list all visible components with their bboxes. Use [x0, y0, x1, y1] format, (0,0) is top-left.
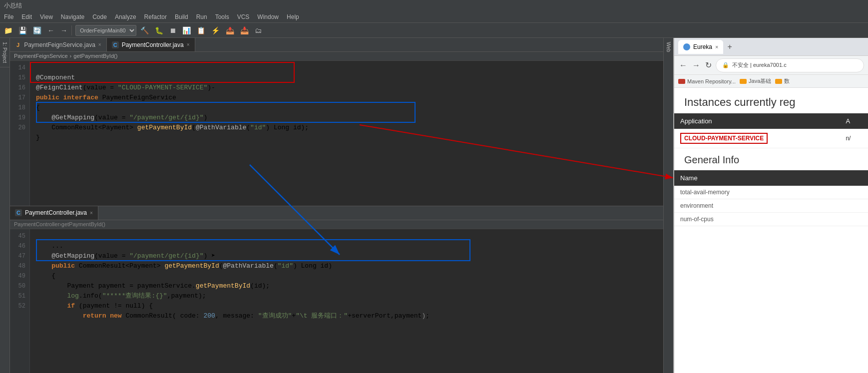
editor-tabs-bottom: C PaymentController.java ×: [10, 206, 663, 220]
cloud-payment-service-cell: CLOUD-PAYMENT-SERVICE: [674, 129, 840, 148]
toolbar-back-btn[interactable]: ←: [45, 25, 56, 35]
toolbar-coverage-btn[interactable]: 📋: [195, 25, 207, 35]
menu-tools[interactable]: Tools: [211, 11, 233, 22]
menu-view[interactable]: View: [36, 11, 57, 22]
toolbar-bookmark-btn[interactable]: 🗂: [253, 25, 264, 35]
line-numbers-top: 14151617181920: [10, 61, 30, 206]
menu-vcs[interactable]: VCS: [233, 11, 254, 22]
toolbar-open-btn[interactable]: 📁: [2, 25, 14, 35]
menu-bar: File Edit View Navigate Code Analyze Ref…: [0, 11, 868, 23]
bookmark-maven[interactable]: Maven Repository...: [678, 78, 736, 84]
code-content-top: @Component @FeignClient(value = "CLOUD-P…: [30, 61, 663, 206]
bookmark-maven-label: Maven Repository...: [687, 78, 736, 84]
cloud-service-label: CLOUD-PAYMENT-SERVICE: [680, 133, 768, 144]
info-row-cpu: num-of-cpus: [674, 213, 868, 226]
toolbar-profile-btn[interactable]: 📊: [180, 25, 193, 35]
toolbar-save-btn[interactable]: 💾: [16, 25, 29, 35]
tab-controller-label: PaymentController.java: [122, 41, 184, 48]
menu-edit[interactable]: Edit: [17, 11, 36, 22]
toolbar-run-btn[interactable]: 🔨: [138, 25, 151, 35]
tab-bottom-controller[interactable]: C PaymentController.java ×: [10, 206, 98, 220]
tab-payment-controller[interactable]: C PaymentController.java ×: [107, 38, 195, 51]
maven-icon: [678, 79, 685, 84]
info-row-env: environment: [674, 199, 868, 213]
col-a-value: n/: [840, 129, 868, 148]
tab-feign-close[interactable]: ×: [98, 42, 101, 47]
bookmarks-bar: Maven Repository... Java基础 数: [674, 75, 868, 88]
bookmark-java-label: Java基础: [749, 77, 771, 85]
browser-tab-label: Eureka: [693, 43, 712, 50]
lock-icon: 🔒: [722, 62, 729, 68]
toolbar-git-btn[interactable]: 📥: [238, 25, 251, 35]
info-row-memory: total-avail-memory: [674, 186, 868, 199]
menu-navigate[interactable]: Navigate: [57, 11, 88, 22]
bookmark-java[interactable]: Java基础: [740, 77, 771, 85]
toolbar-maven-btn[interactable]: 📤: [224, 25, 236, 35]
bottom-controller-icon: C: [15, 209, 22, 216]
editor-area: J PaymentFeignService.java × C PaymentCo…: [10, 38, 663, 373]
sidebar-tab-project[interactable]: 1: Project: [0, 38, 9, 67]
menu-analyze[interactable]: Analyze: [111, 11, 140, 22]
browser-back-btn[interactable]: ←: [678, 60, 688, 71]
title-bar: 小总结: [0, 0, 868, 11]
toolbar-stop-btn[interactable]: ⏹: [167, 25, 178, 35]
browser-tab-icon: [683, 43, 690, 50]
browser-panel: Eureka × + ← → ↻ 🔒 不安全 | eureka7001.c Ma…: [673, 38, 868, 373]
menu-window[interactable]: Window: [253, 11, 283, 22]
eureka-table: Application A CLOUD-PAYMENT-SERVICE n/: [674, 113, 868, 148]
browser-tab-close[interactable]: ×: [715, 44, 718, 50]
eureka-heading: Instances currently reg: [674, 88, 868, 113]
java-icon: J: [15, 41, 21, 48]
toolbar-task-btn[interactable]: ⚡: [209, 25, 222, 35]
left-sidebar: 1: Project: [0, 38, 10, 373]
info-env-label: environment: [674, 199, 868, 213]
info-col-name: Name: [674, 170, 868, 186]
folder-java-icon: [740, 79, 747, 84]
browser-refresh-btn[interactable]: ↻: [704, 59, 713, 71]
browser-tab-eureka[interactable]: Eureka ×: [678, 40, 723, 54]
col-application: Application: [674, 113, 840, 129]
browser-nav-bar: ← → ↻ 🔒 不安全 | eureka7001.c: [674, 56, 868, 75]
bookmark-num-label: 数: [784, 77, 790, 85]
menu-refactor[interactable]: Refactor: [140, 11, 171, 22]
browser-title-bar: Eureka × +: [674, 38, 868, 56]
info-memory-label: total-avail-memory: [674, 186, 868, 199]
toolbar-debug-btn[interactable]: 🐛: [153, 25, 165, 35]
menu-run[interactable]: Run: [192, 11, 211, 22]
toolbar-sync-btn[interactable]: 🔄: [31, 25, 43, 35]
bookmark-num[interactable]: 数: [775, 77, 790, 85]
col-a: A: [840, 113, 868, 129]
project-selector[interactable]: OrderFeignMain80: [75, 25, 136, 36]
breadcrumb-bottom: PaymentController›getPaymentById(): [10, 220, 663, 229]
editor-tabs-top: J PaymentFeignService.java × C PaymentCo…: [10, 38, 663, 52]
code-content-bottom: ... @GetMapping(value = "/payment/get/{i…: [30, 229, 663, 373]
controller-icon: C: [112, 41, 119, 48]
browser-fwd-btn[interactable]: →: [691, 60, 701, 71]
toolbar: 📁 💾 🔄 ← → OrderFeignMain80 🔨 🐛 ⏹ 📊 📋 ⚡ 📤…: [0, 23, 868, 38]
tab-payment-feign[interactable]: J PaymentFeignService.java ×: [10, 38, 107, 51]
menu-build[interactable]: Build: [171, 11, 192, 22]
right-tab-web[interactable]: Web: [664, 38, 673, 56]
right-sidebar: Web: [663, 38, 673, 373]
general-info-table: Name total-avail-memory environment num-…: [674, 170, 868, 226]
menu-code[interactable]: Code: [88, 11, 111, 22]
folder-num-icon: [775, 79, 782, 84]
breadcrumb-top: PaymentFeignService›getPaymentById(): [10, 52, 663, 61]
blue-annotation-box-2: [36, 239, 470, 261]
browser-new-tab-btn[interactable]: +: [727, 42, 732, 51]
tab-feign-label: PaymentFeignService.java: [24, 41, 95, 48]
address-text: 不安全 | eureka7001.c: [732, 61, 787, 69]
browser-content: Instances currently reg Application A CL…: [674, 88, 868, 373]
tab-bottom-label: PaymentController.java: [25, 209, 87, 216]
tab-controller-close[interactable]: ×: [187, 42, 190, 47]
tab-bottom-close[interactable]: ×: [90, 210, 93, 216]
svg-point-0: [684, 44, 689, 49]
toolbar-fwd-btn[interactable]: →: [58, 25, 69, 35]
general-info-heading: General Info: [674, 148, 868, 170]
info-cpu-label: num-of-cpus: [674, 213, 868, 226]
title-text: 小总结: [4, 1, 22, 10]
menu-help[interactable]: Help: [283, 11, 303, 22]
address-bar[interactable]: 🔒 不安全 | eureka7001.c: [716, 58, 864, 72]
line-numbers-bottom: 4546474849505152: [10, 229, 30, 373]
menu-file[interactable]: File: [0, 11, 17, 22]
